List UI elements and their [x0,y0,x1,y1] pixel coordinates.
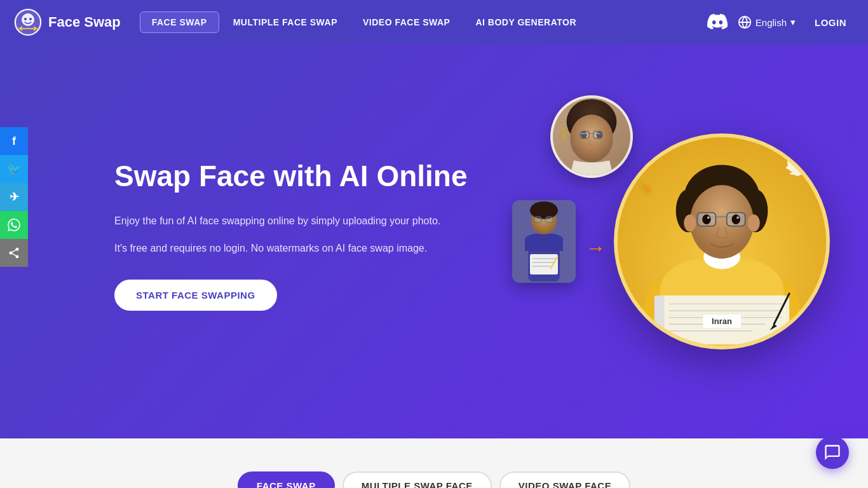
facebook-share-button[interactable]: f [0,127,28,155]
svg-rect-12 [593,132,602,139]
chat-bubble-button[interactable] [816,436,849,469]
source-card [512,200,576,283]
share-button[interactable] [0,239,28,267]
svg-point-30 [684,215,696,232]
hero-section: Swap Face with AI Online Enjoy the fun o… [0,44,868,438]
svg-rect-39 [654,295,664,344]
result-face-circle: Inran [614,133,830,349]
svg-point-3 [24,18,27,20]
svg-point-31 [748,215,760,232]
svg-point-2 [22,13,34,26]
hero-image-area: → → [512,83,830,400]
svg-rect-19 [530,254,558,274]
lower-tab-face-swap[interactable]: FACE SWAP [238,471,335,489]
svg-rect-10 [562,128,567,140]
nav-multiple-face-swap[interactable]: MULTIPLE FACE SWAP [222,12,349,32]
arrow-right-icon: → [585,236,606,260]
svg-point-15 [530,201,558,219]
start-face-swapping-button[interactable]: START FACE SWAPPING [114,280,277,311]
discord-button[interactable] [707,11,728,34]
language-chevron: ▾ [790,17,796,28]
hero-title: Swap Face with AI Online [114,159,468,193]
nav-face-swap[interactable]: FACE SWAP [140,11,219,33]
hero-description-2: It's free and requires no login. No wate… [114,240,468,257]
social-sidebar: f 🐦 ✈ [0,127,28,267]
svg-point-4 [29,18,32,20]
lower-tabs: FACE SWAP MULTIPLE SWAP FACE VIDEO SWAP … [238,471,630,489]
svg-point-34 [702,215,711,224]
whatsapp-share-button[interactable] [0,211,28,239]
header-right: English ▾ LOGIN [707,11,855,34]
lower-tab-multiple-swap[interactable]: MULTIPLE SWAP FACE [342,471,492,489]
header: Face Swap FACE SWAP MULTIPLE FACE SWAP V… [0,0,868,44]
svg-point-37 [736,216,739,219]
svg-point-7 [570,114,613,162]
svg-point-35 [731,215,740,224]
svg-point-36 [707,216,710,219]
language-selector[interactable]: English ▾ [738,15,796,29]
telegram-share-button[interactable]: ✈ [0,183,28,211]
hero-content: Swap Face with AI Online Enjoy the fun o… [114,159,468,311]
twitter-share-button[interactable]: 🐦 [0,155,28,183]
lower-section: FACE SWAP MULTIPLE SWAP FACE VIDEO SWAP … [0,438,868,488]
language-label: English [756,17,787,28]
logo-text: Face Swap [48,14,121,30]
svg-rect-17 [546,217,553,222]
logo[interactable]: Face Swap [13,7,121,37]
name-tag: Inran [703,315,741,328]
main-nav: FACE SWAP MULTIPLE FACE SWAP VIDEO FACE … [140,11,707,33]
login-button[interactable]: LOGIN [806,13,855,32]
svg-rect-11 [580,132,589,139]
nav-video-face-swap[interactable]: VIDEO FACE SWAP [351,12,461,32]
svg-rect-16 [534,217,541,222]
lower-tab-video-swap[interactable]: VIDEO SWAP FACE [499,471,630,489]
hero-description-1: Enjoy the fun of AI face swapping online… [114,212,468,229]
nav-ai-body-generator[interactable]: AI BODY GENERATOR [464,12,588,32]
